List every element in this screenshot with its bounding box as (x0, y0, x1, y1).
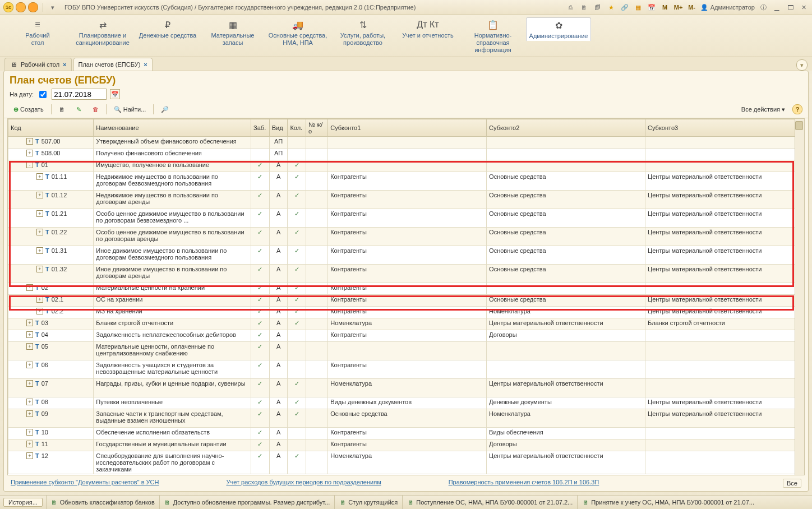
nav-item-3[interactable]: ▦Материальные запасы (201, 17, 265, 48)
table-row[interactable]: +Т09Запасные части к транспортным средст… (8, 409, 804, 428)
status-item[interactable]: 🗎Доступно обновление программы. Размер д… (159, 496, 335, 509)
col-header[interactable]: Вид (269, 119, 288, 137)
calendar-icon[interactable]: 📅 (647, 2, 657, 12)
find-button[interactable]: 🔍Найти... (110, 103, 150, 115)
table-row[interactable]: +Т04Задолженность неплатежеспособных деб… (8, 330, 804, 342)
status-item[interactable]: 🗎Стул крутящийся (334, 496, 402, 509)
star-icon[interactable]: ★ (606, 2, 616, 12)
all-button[interactable]: Все (783, 479, 801, 488)
maximize-icon[interactable]: 🗖 (785, 2, 795, 12)
table-row[interactable]: +Т01.11Недвижимое имущество в пользовани… (8, 172, 804, 191)
tab-1[interactable]: План счетов (ЕПСБУ)× (73, 58, 153, 71)
date-input[interactable] (52, 89, 107, 100)
clear-find-button[interactable]: 🔎 (157, 103, 173, 115)
table-row[interactable]: +Т06Задолженность учащихся и студентов з… (8, 360, 804, 379)
expand-icon[interactable]: + (36, 210, 43, 217)
table-row[interactable]: +Т10Обеспечение исполнения обязательств✓… (8, 428, 804, 439)
table-row[interactable]: -Т02Материальные ценности на хранении✓А✓… (8, 283, 804, 295)
col-header[interactable]: Кол. (288, 119, 306, 137)
status-item[interactable]: 🗎Принятие к учету ОС, НМА, НПА БУ00-0000… (577, 496, 759, 509)
table-row[interactable]: +Т02.2МЗ на хранении✓А✓КонтрагентыНоменк… (8, 307, 804, 318)
expand-icon[interactable]: + (26, 380, 33, 387)
scroll-thumb[interactable] (795, 121, 803, 130)
app-logo-icon[interactable]: 1c (3, 2, 13, 12)
date-checkbox[interactable] (39, 91, 47, 98)
info-icon[interactable]: ⓘ (758, 2, 768, 12)
dropdown-icon[interactable]: ▾ (48, 2, 58, 12)
col-header[interactable]: Субконто2 (487, 119, 645, 137)
m-minus-button[interactable]: M- (687, 2, 697, 12)
all-actions-button[interactable]: Все действия▾ (737, 103, 789, 115)
expand-icon[interactable]: - (26, 284, 33, 291)
delete-button[interactable]: 🗑 (89, 103, 103, 115)
table-row[interactable]: +Т508.00Получено финансового обеспечения… (8, 149, 804, 160)
table-row[interactable]: +Т02.1ОС на хранении✓А✓КонтрагентыОсновн… (8, 295, 804, 307)
expand-icon[interactable]: + (26, 399, 33, 405)
copy-button[interactable]: 🗎 (55, 103, 69, 115)
user-label[interactable]: 👤Администратор (700, 4, 755, 11)
table-row[interactable]: +Т507.00Утвержденный объем финансового о… (8, 137, 804, 149)
m-plus-button[interactable]: M+ (673, 2, 684, 12)
edit-button[interactable]: ✎ (72, 103, 85, 115)
expand-icon[interactable]: + (36, 192, 43, 198)
expand-icon[interactable]: + (26, 331, 33, 338)
table-row[interactable]: -Т01Имущество, полученное в пользование✓… (8, 160, 804, 172)
history-button[interactable]: История... (3, 498, 43, 507)
col-header[interactable]: Заб. (251, 119, 270, 137)
expand-icon[interactable]: - (26, 161, 33, 168)
expand-icon[interactable]: + (26, 452, 33, 459)
expand-icon[interactable]: + (36, 173, 43, 180)
expand-icon[interactable]: + (26, 320, 33, 326)
link-icon[interactable]: 🔗 (620, 2, 630, 12)
expand-icon[interactable]: + (36, 229, 43, 235)
copy-icon[interactable]: 🗐 (593, 2, 603, 12)
status-item[interactable]: 🗎Поступление ОС, НМА, НПА БУ00-000001 от… (402, 496, 577, 509)
table-row[interactable]: +Т07Награды, призы, кубки и ценные подар… (8, 379, 804, 397)
status-item[interactable]: 🗎Обновить классификатор банков (46, 496, 159, 509)
grid-icon[interactable]: ▦ (633, 2, 643, 12)
expand-icon[interactable]: + (26, 410, 33, 417)
minimize-icon[interactable]: ▁ (772, 2, 782, 12)
expand-icon[interactable]: + (26, 441, 33, 447)
nav-item-1[interactable]: ⇄Планирование и санкционирование (71, 17, 135, 48)
table-row[interactable]: +Т03Бланки строгой отчетности✓А✓Номенкла… (8, 318, 804, 330)
col-header[interactable]: Наименование (94, 119, 251, 137)
expand-icon[interactable]: + (26, 429, 33, 436)
link-1[interactable]: Применение субконто "Документы расчетов"… (11, 479, 159, 488)
expand-icon[interactable]: + (36, 266, 43, 272)
help-icon[interactable]: ? (792, 104, 802, 114)
expand-icon[interactable]: + (26, 343, 33, 350)
close-icon[interactable]: ✕ (799, 2, 809, 12)
table-row[interactable]: +Т01.21Особо ценное движимое имущество в… (8, 209, 804, 228)
tab-close-icon[interactable]: × (144, 61, 147, 68)
table-row[interactable]: +Т08Путевки неоплаченные✓А✓Виды денежных… (8, 397, 804, 409)
expand-icon[interactable]: + (36, 296, 43, 303)
nav-item-7[interactable]: 📋Нормативно-справочная информация (461, 17, 525, 55)
expand-icon[interactable]: + (26, 150, 33, 156)
print-icon[interactable]: ⎙ (566, 2, 576, 12)
table-row[interactable]: +Т01.12Недвижимое имущество в пользовани… (8, 191, 804, 209)
doc-icon[interactable]: 🗎 (579, 2, 589, 12)
window-btn-icon[interactable] (16, 2, 26, 12)
nav-item-8[interactable]: ✿Администрирование (526, 17, 591, 41)
col-header[interactable]: Субконто1 (328, 119, 487, 137)
nav-item-0[interactable]: ≡Рабочий стол (6, 17, 70, 48)
table-row[interactable]: +Т12Спецоборудование для выполнения науч… (8, 451, 804, 474)
table-row[interactable]: +Т01.31Иное движимое имущество в пользов… (8, 246, 804, 265)
m-button[interactable]: M (660, 2, 670, 12)
nav-item-4[interactable]: 🚚Основные средства, НМА, НПА (266, 17, 330, 48)
table-row[interactable]: +Т01.22Особо ценное движимое имущество в… (8, 228, 804, 246)
window-btn2-icon[interactable] (28, 2, 38, 12)
tabbar-menu-icon[interactable]: ▾ (796, 59, 808, 71)
nav-item-6[interactable]: Дт КтУчет и отчетность (396, 17, 460, 40)
nav-item-5[interactable]: ⇅Услуги, работы, производство (331, 17, 395, 48)
calendar-picker-icon[interactable]: 📅 (110, 89, 120, 99)
expand-icon[interactable]: + (26, 362, 33, 368)
create-button[interactable]: ⊕Создать (10, 103, 48, 115)
expand-icon[interactable]: + (36, 247, 43, 254)
expand-icon[interactable]: + (26, 138, 33, 145)
table-row[interactable]: +Т11Государственные и муниципальные гара… (8, 439, 804, 451)
scrollbar[interactable] (795, 119, 804, 475)
col-header[interactable]: Код (8, 119, 94, 137)
expand-icon[interactable]: + (36, 308, 43, 314)
